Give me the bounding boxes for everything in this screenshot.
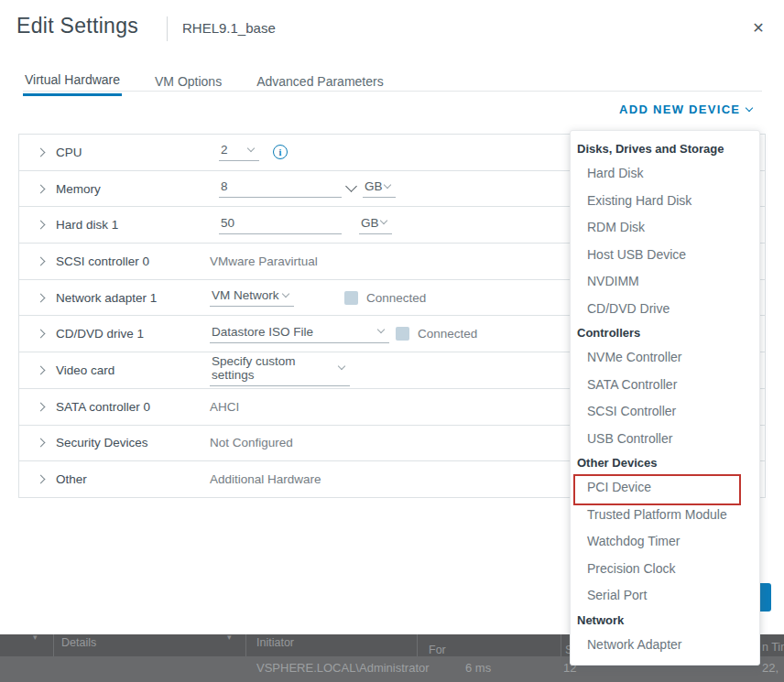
menu-section-controllers: Controllers <box>571 322 759 344</box>
menu-item-nvdimm[interactable]: NVDIMM <box>571 268 759 296</box>
connected-label: Connected <box>418 327 477 341</box>
disk-unit-value: GB <box>361 216 379 230</box>
connected-checkbox[interactable] <box>344 291 358 305</box>
menu-item-scsi-controller[interactable]: SCSI Controller <box>571 398 759 426</box>
column-divider <box>245 634 246 656</box>
column-header-initiator: Initiator <box>256 636 294 649</box>
disk-unit-select[interactable]: GB <box>359 216 392 234</box>
menu-item-sata-controller[interactable]: SATA Controller <box>571 372 759 399</box>
cpu-count-value: 2 <box>221 143 228 157</box>
task-initiator: VSPHERE.LOCAL\Administrator <box>256 661 430 675</box>
menu-item-serial-port[interactable]: Serial Port <box>571 582 759 610</box>
expand-chevron-icon[interactable] <box>37 293 46 302</box>
sort-caret-icon: ▾ <box>33 633 38 642</box>
column-divider <box>561 634 561 656</box>
sort-caret-icon: ▾ <box>227 633 232 642</box>
connected-label: Connected <box>366 291 426 305</box>
chevron-down-icon <box>746 103 753 111</box>
expand-chevron-icon[interactable] <box>37 475 46 484</box>
expand-chevron-icon[interactable] <box>37 256 46 265</box>
menu-section-other-devices: Other Devices <box>571 452 759 474</box>
row-label: Video card <box>56 363 114 377</box>
chevron-down-icon <box>377 326 385 333</box>
expand-chevron-icon[interactable] <box>37 147 46 157</box>
row-label: CPU <box>56 146 82 159</box>
title-divider <box>167 16 168 41</box>
disk-size-input[interactable] <box>219 216 342 234</box>
row-value: Not Configured <box>210 436 293 449</box>
tab-advanced-parameters[interactable]: Advanced Parameters <box>255 72 386 96</box>
menu-item-usb-controller[interactable]: USB Controller <box>571 426 759 453</box>
menu-item-watchdog-timer[interactable]: Watchdog Timer <box>571 528 759 556</box>
expand-chevron-icon[interactable] <box>37 221 46 230</box>
task-queued-for: 6 ms <box>465 661 491 675</box>
expand-chevron-icon[interactable] <box>37 366 46 375</box>
column-header-queued-for: For <box>429 644 446 656</box>
chevron-down-icon[interactable] <box>345 180 357 192</box>
dialog-title: Edit Settings <box>16 14 138 38</box>
expand-chevron-icon[interactable] <box>37 330 46 339</box>
row-label: SCSI controller 0 <box>56 254 149 268</box>
chevron-down-icon <box>282 289 289 297</box>
menu-item-existing-hard-disk[interactable]: Existing Hard Disk <box>571 188 759 215</box>
add-new-device-button[interactable]: ADD NEW DEVICE <box>619 103 752 116</box>
row-label: Memory <box>56 182 101 196</box>
add-device-menu: Disks, Drives and Storage Hard Disk Exis… <box>570 130 760 666</box>
tab-virtual-hardware[interactable]: Virtual Hardware <box>23 72 122 96</box>
cpu-count-select[interactable]: 2 <box>219 143 259 161</box>
row-value: AHCI <box>210 400 239 414</box>
vm-name: RHEL9.1_base <box>182 20 276 36</box>
menu-item-trusted-platform-module[interactable]: Trusted Platform Module <box>571 502 759 529</box>
add-new-device-label: ADD NEW DEVICE <box>619 103 740 116</box>
menu-item-host-usb-device[interactable]: Host USB Device <box>571 242 759 269</box>
menu-item-network-adapter[interactable]: Network Adapter <box>571 632 759 659</box>
menu-item-pci-device[interactable]: PCI Device <box>571 474 759 502</box>
connected-checkbox[interactable] <box>396 327 409 341</box>
row-label: Hard disk 1 <box>56 218 118 232</box>
menu-item-precision-clock[interactable]: Precision Clock <box>571 556 759 583</box>
video-settings-select[interactable]: Specify custom settings <box>210 354 350 386</box>
task-completion-time: 22, <box>762 661 779 675</box>
row-value: VMware Paravirtual <box>210 254 318 268</box>
cd-dvd-source-value: Datastore ISO File <box>212 325 313 339</box>
network-select-value: VM Network <box>212 288 279 302</box>
chevron-down-icon <box>380 217 387 224</box>
tab-bar-divider <box>23 91 762 92</box>
row-label: SATA controller 0 <box>56 400 150 414</box>
row-label: Security Devices <box>56 436 148 449</box>
menu-item-cd-dvd-drive[interactable]: CD/DVD Drive <box>571 296 759 323</box>
chevron-down-icon <box>338 363 345 370</box>
expand-chevron-icon[interactable] <box>37 438 46 448</box>
row-label: Network adapter 1 <box>56 291 157 305</box>
chevron-down-icon <box>247 145 255 152</box>
menu-item-hard-disk[interactable]: Hard Disk <box>571 160 759 188</box>
network-select[interactable]: VM Network <box>210 288 294 307</box>
memory-size-input[interactable] <box>219 179 342 198</box>
menu-section-network: Network <box>571 610 759 632</box>
menu-item-nvme-controller[interactable]: NVMe Controller <box>571 344 759 372</box>
row-value: Additional Hardware <box>210 472 321 486</box>
cd-dvd-source-select[interactable]: Datastore ISO File <box>210 325 389 343</box>
column-divider <box>417 634 418 656</box>
column-header-details: Details <box>61 636 96 649</box>
tab-vm-options[interactable]: VM Options <box>153 72 223 96</box>
row-label: CD/DVD drive 1 <box>56 327 144 341</box>
menu-section-disks: Disks, Drives and Storage <box>571 138 759 160</box>
expand-chevron-icon[interactable] <box>37 184 46 193</box>
tab-bar: Virtual Hardware VM Options Advanced Par… <box>23 72 386 96</box>
expand-chevron-icon[interactable] <box>37 402 46 411</box>
column-header-completion-time: n Tim <box>762 641 784 654</box>
video-settings-value: Specify custom settings <box>212 354 339 382</box>
row-label: Other <box>56 472 87 486</box>
close-icon[interactable] <box>748 18 768 38</box>
menu-item-rdm-disk[interactable]: RDM Disk <box>571 214 759 242</box>
chevron-down-icon <box>384 180 391 188</box>
info-icon[interactable] <box>273 145 288 159</box>
memory-unit-select[interactable]: GB <box>363 179 396 198</box>
memory-unit-value: GB <box>365 179 383 193</box>
column-divider <box>53 634 54 656</box>
